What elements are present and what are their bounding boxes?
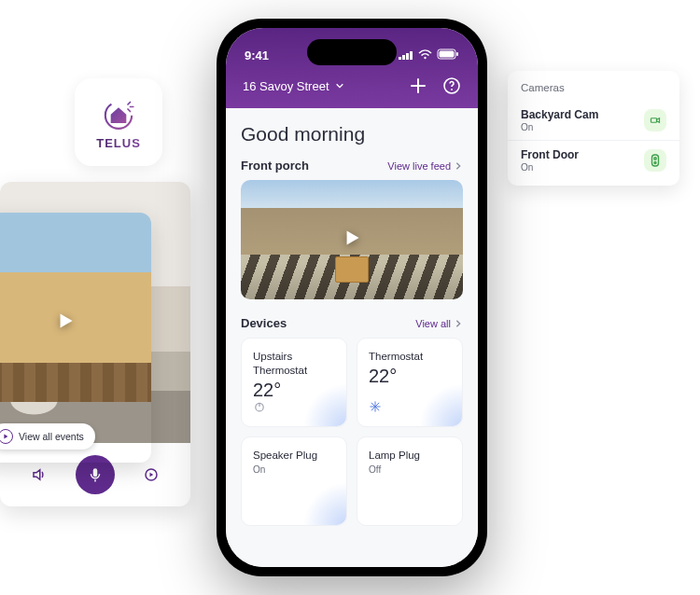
device-card-thermostat[interactable]: Thermostat 22° (357, 338, 463, 427)
svg-rect-5 (406, 53, 409, 60)
svg-rect-9 (440, 50, 455, 57)
camera-name: Front Door (521, 148, 579, 161)
camera-name: Backyard Cam (521, 108, 598, 121)
svg-rect-10 (456, 52, 458, 56)
house-icon (100, 95, 137, 132)
status-time: 9:41 (245, 48, 269, 62)
cameras-list-panel: Cameras Backyard Cam On Front Door On (508, 71, 679, 186)
chevron-right-icon (454, 161, 463, 171)
chevron-right-icon (454, 319, 463, 328)
device-card-upstairs-thermostat[interactable]: Upstairs Thermostat 22° (241, 338, 347, 427)
camera-row-front-door[interactable]: Front Door On (508, 140, 679, 180)
chevron-down-icon (335, 81, 344, 90)
device-name: Lamp Plug (369, 449, 451, 463)
location-label: 16 Savoy Street (243, 79, 329, 93)
front-porch-camera-tile[interactable] (241, 180, 463, 299)
svg-point-12 (451, 89, 453, 90)
patio-camera-card[interactable]: View all events (0, 213, 151, 463)
play-circle-icon (0, 429, 13, 444)
view-all-devices-link[interactable]: View all (415, 318, 463, 329)
wifi-icon (418, 48, 432, 62)
view-live-feed-link[interactable]: View live feed (387, 160, 463, 172)
greeting-text: Good morning (241, 123, 463, 145)
location-selector[interactable]: 16 Savoy Street (243, 79, 344, 93)
camera-status: On (521, 122, 598, 132)
battery-icon (437, 48, 459, 62)
dynamic-island (307, 39, 397, 65)
devices-section-title: Devices (241, 316, 287, 330)
speaker-icon[interactable] (23, 459, 55, 491)
device-card-speaker-plug[interactable]: Speaker Plug On (241, 436, 347, 526)
camera-status: On (521, 162, 579, 173)
cellular-icon (399, 48, 413, 62)
svg-point-16 (654, 158, 656, 159)
svg-rect-6 (410, 51, 413, 60)
cameras-panel-title: Cameras (508, 82, 679, 101)
camera-section-title: Front porch (241, 159, 309, 173)
phone-screen: 9:41 16 Savoy Street Good mornin (226, 28, 478, 567)
camera-row-backyard[interactable]: Backyard Cam On (508, 101, 679, 140)
device-name: Speaker Plug (253, 449, 335, 463)
main-content: Good morning Front porch View live feed … (226, 108, 478, 567)
camera-icon (644, 109, 666, 131)
brand-app-icon: TELUS (75, 78, 162, 166)
help-icon[interactable] (442, 76, 461, 95)
svg-point-7 (424, 56, 426, 58)
device-status: Off (369, 464, 451, 475)
phone-frame: 9:41 16 Savoy Street Good mornin (217, 19, 487, 576)
view-all-events-chip[interactable]: View all events (0, 423, 95, 450)
play-icon (340, 226, 364, 254)
add-icon[interactable] (409, 76, 427, 95)
play-icon (53, 309, 77, 337)
view-all-events-label: View all events (19, 431, 84, 442)
view-all-devices-label: View all (415, 318, 451, 329)
snowflake-icon (369, 400, 382, 417)
power-icon (253, 400, 266, 417)
svg-point-17 (654, 162, 656, 164)
svg-rect-1 (93, 468, 98, 477)
brand-label: TELUS (96, 136, 141, 150)
device-status: On (253, 464, 335, 475)
view-live-feed-label: View live feed (387, 160, 451, 172)
svg-rect-14 (651, 118, 657, 123)
doorbell-icon (644, 149, 666, 172)
replay-icon[interactable] (135, 459, 167, 491)
svg-rect-4 (402, 55, 405, 60)
svg-rect-3 (399, 57, 401, 60)
device-name: Upstairs Thermostat (253, 350, 335, 378)
device-card-lamp-plug[interactable]: Lamp Plug Off (357, 436, 463, 526)
device-name: Thermostat (369, 350, 451, 364)
